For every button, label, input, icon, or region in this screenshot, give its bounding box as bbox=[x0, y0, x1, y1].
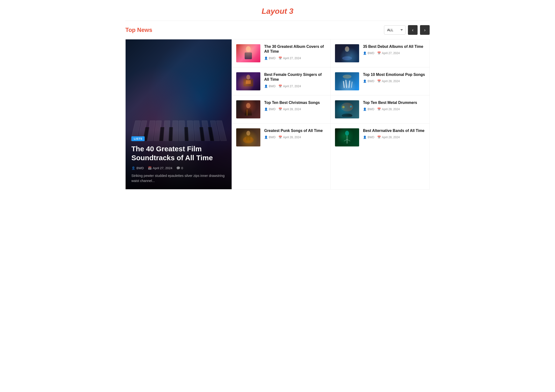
svg-point-20 bbox=[342, 114, 352, 117]
calendar-icon bbox=[278, 85, 282, 88]
article-content: Greatest Punk Songs of All Time BWD Apri… bbox=[264, 128, 323, 139]
svg-line-24 bbox=[347, 140, 350, 141]
svg-point-4 bbox=[246, 75, 250, 80]
article-content: Best Alternative Bands of All Time BWD A… bbox=[363, 128, 424, 139]
article-item[interactable]: Best Female Country Singers of All Time … bbox=[232, 67, 330, 96]
svg-line-15 bbox=[351, 82, 352, 88]
user-icon bbox=[264, 85, 268, 88]
article-title: Best Female Country Singers of All Time bbox=[264, 72, 326, 82]
next-button[interactable]: › bbox=[420, 25, 430, 35]
featured-badge: LISTS bbox=[131, 136, 145, 141]
article-thumbnail bbox=[236, 72, 260, 90]
svg-rect-1 bbox=[245, 52, 252, 59]
calendar-icon bbox=[377, 80, 381, 83]
chevron-right-icon: › bbox=[424, 28, 425, 33]
article-meta: BWD April 28, 2024 bbox=[264, 108, 320, 111]
svg-point-18 bbox=[342, 106, 345, 108]
header-controls: ALL LISTS MUSIC FILM ‹ › bbox=[384, 25, 430, 35]
svg-line-23 bbox=[344, 140, 347, 141]
svg-point-16 bbox=[343, 75, 351, 79]
article-content: 35 Best Debut Albums of All Time BWD Apr… bbox=[363, 44, 423, 55]
svg-rect-3 bbox=[246, 80, 251, 84]
author-meta: BWD bbox=[264, 136, 276, 139]
date-meta: April 28, 2024 bbox=[278, 108, 301, 111]
svg-point-19 bbox=[350, 106, 352, 108]
section-header: Top News ALL LISTS MUSIC FILM ‹ › bbox=[125, 21, 430, 39]
article-thumbnail bbox=[236, 128, 260, 147]
article-title: Greatest Punk Songs of All Time bbox=[264, 128, 323, 133]
user-icon bbox=[264, 108, 268, 111]
article-meta: BWD April 27, 2024 bbox=[264, 57, 326, 60]
svg-point-8 bbox=[246, 131, 250, 136]
user-icon bbox=[264, 57, 268, 60]
thumb-figure bbox=[335, 72, 359, 90]
date-meta: April 27, 2024 bbox=[278, 57, 301, 60]
article-item[interactable]: The 30 Greatest Album Covers of All Time… bbox=[232, 39, 330, 67]
author-meta: BWD bbox=[264, 85, 276, 88]
featured-meta: 👤 BWD 📅 April 27, 2024 💬 0 bbox=[131, 166, 226, 170]
article-item[interactable]: Top 10 Most Emotional Pop Songs BWD Apri… bbox=[331, 67, 429, 96]
article-thumbnail bbox=[335, 128, 359, 147]
calendar-icon bbox=[377, 52, 381, 55]
comment-icon: 💬 bbox=[176, 166, 180, 170]
article-content: Top Ten Best Christmas Songs BWD April 2… bbox=[264, 100, 320, 111]
author-meta: BWD bbox=[363, 80, 374, 83]
article-item[interactable]: Greatest Punk Songs of All Time BWD Apri… bbox=[232, 124, 330, 151]
thumb-figure bbox=[335, 128, 359, 147]
thumb-figure bbox=[236, 100, 260, 118]
thumb-figure bbox=[236, 128, 260, 147]
featured-author: 👤 BWD bbox=[131, 166, 144, 170]
article-title: The 30 Greatest Album Covers of All Time bbox=[264, 44, 326, 54]
calendar-icon bbox=[377, 108, 381, 111]
article-meta: BWD April 28, 2024 bbox=[363, 80, 425, 83]
thumb-figure bbox=[335, 44, 359, 62]
author-meta: BWD bbox=[363, 136, 374, 139]
calendar-icon bbox=[278, 108, 282, 111]
article-meta: BWD April 28, 2024 bbox=[363, 108, 417, 111]
calendar-icon bbox=[377, 136, 381, 139]
svg-line-12 bbox=[343, 81, 344, 88]
date-meta: April 28, 2024 bbox=[377, 108, 400, 111]
svg-point-5 bbox=[246, 103, 250, 108]
article-meta: BWD April 27, 2024 bbox=[363, 52, 423, 55]
article-item[interactable]: 35 Best Debut Albums of All Time BWD Apr… bbox=[331, 39, 429, 67]
calendar-icon: 📅 bbox=[148, 166, 152, 170]
prev-button[interactable]: ‹ bbox=[408, 25, 417, 35]
featured-card[interactable]: LISTS The 40 Greatest Film Soundtracks o… bbox=[126, 39, 232, 189]
svg-point-7 bbox=[243, 137, 254, 143]
section-title: Top News bbox=[125, 27, 152, 33]
featured-date: 📅 April 27, 2024 bbox=[148, 166, 172, 170]
author-meta: BWD bbox=[363, 108, 374, 111]
page-title: Layout 3 bbox=[0, 0, 555, 21]
article-thumbnail bbox=[236, 44, 260, 62]
article-title: Top Ten Best Christmas Songs bbox=[264, 100, 320, 105]
svg-rect-9 bbox=[246, 136, 250, 141]
user-icon bbox=[363, 52, 367, 55]
article-title: Best Alternative Bands of All Time bbox=[363, 128, 424, 133]
articles-column-1: The 30 Greatest Album Covers of All Time… bbox=[232, 39, 331, 189]
category-filter[interactable]: ALL LISTS MUSIC FILM bbox=[384, 25, 406, 35]
top-news-section: Top News ALL LISTS MUSIC FILM ‹ › bbox=[121, 21, 434, 199]
featured-excerpt: Striking pewter studded epaulettes silve… bbox=[131, 173, 226, 184]
chevron-left-icon: ‹ bbox=[412, 28, 414, 33]
article-content: Top 10 Most Emotional Pop Songs BWD Apri… bbox=[363, 72, 425, 83]
article-title: Top Ten Best Metal Drummers bbox=[363, 100, 417, 105]
date-meta: April 27, 2024 bbox=[278, 85, 301, 88]
svg-point-0 bbox=[246, 46, 251, 52]
calendar-icon bbox=[278, 57, 282, 60]
thumb-figure bbox=[335, 100, 359, 118]
date-meta: April 27, 2024 bbox=[377, 52, 400, 55]
articles-column-2: 35 Best Debut Albums of All Time BWD Apr… bbox=[331, 39, 429, 189]
thumb-figure bbox=[236, 44, 260, 62]
article-item[interactable]: Best Alternative Bands of All Time BWD A… bbox=[331, 124, 429, 151]
article-title: Top 10 Most Emotional Pop Songs bbox=[363, 72, 425, 77]
article-item[interactable]: Top Ten Best Metal Drummers BWD April 28… bbox=[331, 96, 429, 124]
article-item[interactable]: Top Ten Best Christmas Songs BWD April 2… bbox=[232, 96, 330, 124]
article-meta: BWD April 28, 2024 bbox=[264, 136, 323, 139]
user-icon bbox=[363, 136, 367, 139]
svg-point-10 bbox=[345, 46, 349, 52]
article-title: 35 Best Debut Albums of All Time bbox=[363, 44, 423, 49]
article-thumbnail bbox=[335, 44, 359, 62]
thumb-figure bbox=[236, 72, 260, 90]
svg-line-14 bbox=[349, 81, 350, 88]
